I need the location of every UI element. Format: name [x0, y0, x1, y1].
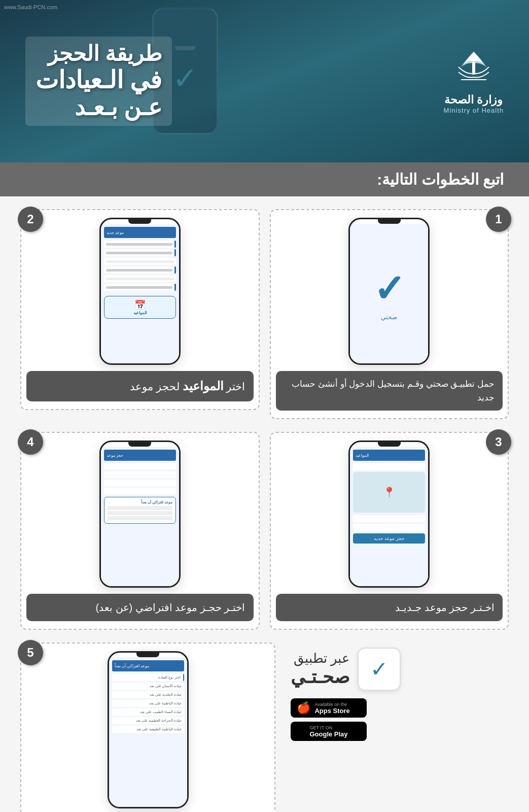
logo-arabic: وزارة الصحة	[444, 93, 503, 107]
step-1-desc-text: حمل تطبيـق صحتي وقـم بتسجيل الدخول أو أن…	[292, 379, 495, 402]
step-4-phone: حجز موعد موعد افتراكي أن بعداً	[99, 441, 181, 588]
app-store-name: Apps Store	[314, 707, 349, 715]
step-3: 3 المواعيد 📍	[270, 432, 509, 630]
step-4-popup: موعد افتراكي أن بعداً	[108, 500, 172, 504]
watermark: www.Saudi-PCN.com	[4, 4, 57, 10]
header-title: طريقة الحجز في الـعيادات عـن بـعـد	[25, 37, 172, 126]
step-5-screen-item-2: عيادة الأسنان على بعد	[112, 683, 184, 690]
step-2-desc-text: اختر المواعيد لحجز موعد	[130, 382, 245, 392]
step-3-desc: اخـتـر حجز موعد جـديـد	[276, 594, 503, 621]
steps-banner: اتبع الخطوات التالية:	[0, 162, 529, 196]
step-5-screen-item-4: عيادة الباطنية على بعد	[112, 700, 184, 707]
step-5-screen-item-5: عيادة النساء الطبيب على بعد	[112, 708, 184, 716]
step-2-number: 2	[18, 207, 43, 232]
screen-step2-label: المواعيد	[133, 311, 147, 315]
app-logo: ✓	[358, 648, 401, 691]
title-line2: في الـعيادات	[36, 66, 162, 94]
step-3-btn: حجز موعد جديد	[353, 533, 425, 544]
app-download-section: ✓ عبر تطبيق صحـتـي 🍎 Available on the Ap…	[286, 642, 509, 746]
logo-english: Ministry of Health	[444, 107, 504, 114]
logo-emblem	[446, 48, 502, 91]
app-name-text: صحـتـي	[291, 666, 350, 688]
title-line1: طريقة الحجز	[36, 42, 162, 66]
step-1-phone: ✓ صحتي	[348, 218, 430, 365]
step-1: 1 ✓ صحتي حمل تطبيـق صحتي وقـم بتسجيل الد…	[270, 209, 509, 419]
step-4-desc: اختـر حجـز موعد افتراضي (عن بعد)	[26, 594, 254, 621]
step-2-phone: موعد جديد 📅 الموا	[99, 218, 181, 365]
app-section-label: عبر تطبيق	[291, 651, 350, 666]
google-play-name: Google Play	[309, 730, 347, 738]
google-play-top: GET IT ON	[309, 725, 347, 730]
step-5-screen-item-7: عيادة الباطنية الطبيعية على بعد	[112, 726, 184, 733]
google-play-button[interactable]: ▶ GET IT ON Google Play	[291, 722, 367, 741]
steps-banner-text: اتبع الخطوات التالية:	[377, 171, 504, 188]
svg-rect-0	[472, 62, 475, 75]
title-line3: عـن بـعـد	[36, 94, 162, 121]
app-store-top: Available on the	[314, 702, 349, 707]
step-2-desc: اختر المواعيد لحجز موعد	[26, 371, 254, 401]
step-5-screen-item-3: عيادة الجلدية على بعد	[112, 691, 184, 698]
apple-icon: 🍎	[297, 701, 310, 715]
step-5-screen-item-6: عيادة الجراحة العظمية على بعد	[112, 717, 184, 724]
step-2: 2 موعد جديد	[20, 209, 260, 419]
google-play-icon: ▶	[297, 725, 305, 738]
step-4-desc-text: اختـر حجـز موعد افتراضي (عن بعد)	[95, 602, 245, 613]
step-5: 5 موعد افتراكي أن بعداً اختر نوع العيادة…	[20, 642, 275, 812]
store-buttons: 🍎 Available on the Apps Store ▶ GET IT O…	[291, 698, 367, 741]
step-3-desc-text: اخـتـر حجز موعد جـديـد	[395, 602, 495, 613]
step-1-desc: حمل تطبيـق صحتي وقـم بتسجيل الدخول أو أن…	[276, 371, 503, 411]
step-4: 4 حجز موعد	[20, 432, 260, 630]
step-3-phone: المواعيد 📍 حجز موعد جديد	[348, 441, 430, 588]
ministry-logo: وزارة الصحة Ministry of Health	[444, 48, 504, 114]
step-5-screen-item-1: اختر نوع العيادة	[112, 674, 184, 681]
step-1-number: 1	[486, 207, 511, 232]
app-store-button[interactable]: 🍎 Available on the Apps Store	[291, 698, 367, 718]
step-5-phone: موعد افتراكي أن بعداً اختر نوع العيادة ع…	[108, 651, 189, 808]
